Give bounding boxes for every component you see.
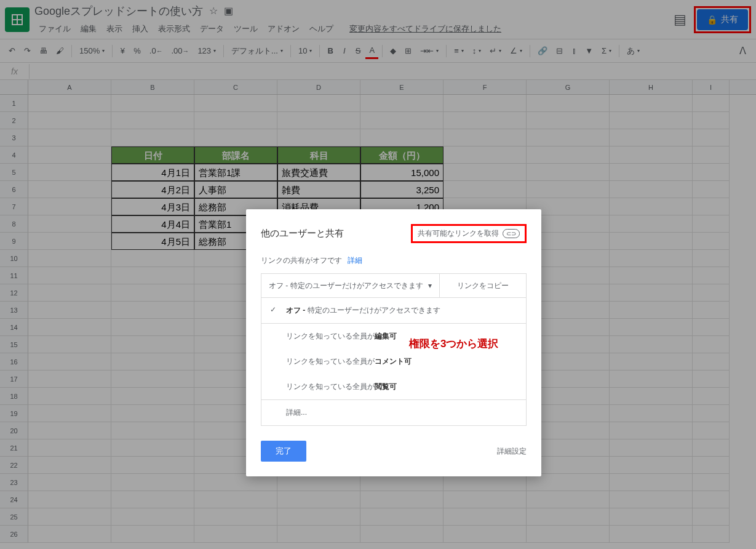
get-link-label: 共有可能なリンクを取得 (418, 228, 499, 239)
annotation-text: 権限を3つから選択 (409, 337, 498, 351)
link-status: リンクの共有がオフです 詳細 (261, 255, 527, 266)
option-off[interactable]: オフ - 特定のユーザーだけがアクセスできます (261, 298, 526, 323)
access-options-list: オフ - 特定のユーザーだけがアクセスできます リンクを知っている全員が編集可 … (261, 298, 527, 426)
link-icon: ⊂⊃ (503, 229, 520, 238)
advanced-settings-link[interactable]: 詳細設定 (497, 446, 527, 457)
option-view[interactable]: リンクを知っている全員が閲覧可 (261, 374, 526, 399)
option-comment[interactable]: リンクを知っている全員がコメント可 (261, 349, 526, 374)
option-more[interactable]: 詳細... (261, 400, 526, 425)
dialog-title: 他のユーザーと共有 (261, 228, 344, 239)
get-shareable-link-button[interactable]: 共有可能なリンクを取得 ⊂⊃ (411, 224, 527, 243)
chevron-down-icon: ▾ (428, 281, 432, 290)
done-button[interactable]: 完了 (261, 441, 306, 462)
details-link[interactable]: 詳細 (348, 256, 362, 265)
copy-link-button[interactable]: リンクをコピー (440, 274, 526, 297)
access-dropdown[interactable]: オフ - 特定のユーザーだけがアクセスできます ▾ (261, 274, 440, 297)
